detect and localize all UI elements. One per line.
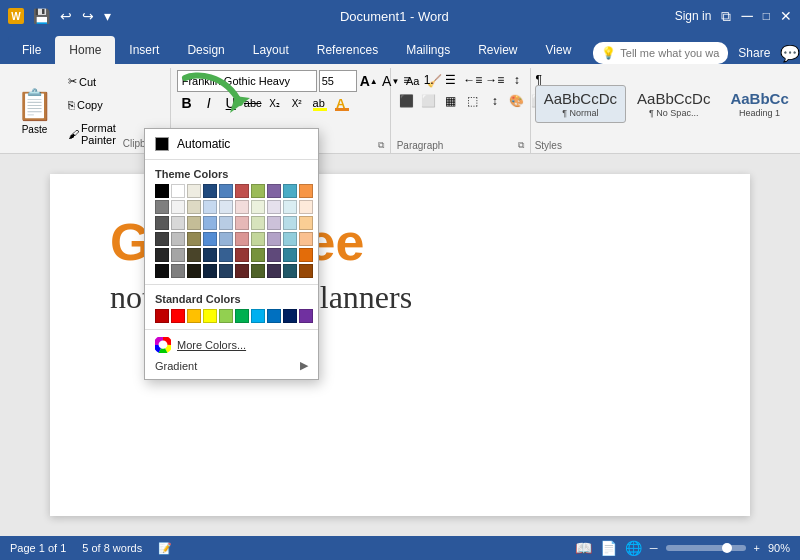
font-dialog-launcher[interactable]: ⧉ xyxy=(378,140,384,151)
tab-mailings[interactable]: Mailings xyxy=(392,36,464,64)
theme-color-swatch[interactable] xyxy=(235,264,249,278)
theme-color-swatch[interactable] xyxy=(267,184,281,198)
comments-icon[interactable]: 💬 xyxy=(780,44,800,63)
underline-button[interactable]: U xyxy=(221,93,241,113)
theme-color-swatch[interactable] xyxy=(283,248,297,262)
theme-color-swatch[interactable] xyxy=(299,200,313,214)
theme-color-swatch[interactable] xyxy=(171,216,185,230)
font-color-button[interactable]: A xyxy=(331,93,351,113)
font-size-input[interactable] xyxy=(319,70,357,92)
gradient-option[interactable]: Gradient ▶ xyxy=(145,356,318,375)
justify-button[interactable]: ⬚ xyxy=(463,91,483,111)
undo-icon[interactable]: ↩ xyxy=(57,6,75,26)
increase-indent-button[interactable]: →≡ xyxy=(485,70,505,90)
theme-color-swatch[interactable] xyxy=(251,184,265,198)
font-name-input[interactable] xyxy=(177,70,317,92)
align-center-button[interactable]: ⬜ xyxy=(419,91,439,111)
theme-color-swatch[interactable] xyxy=(267,264,281,278)
theme-color-swatch[interactable] xyxy=(251,216,265,230)
theme-color-swatch[interactable] xyxy=(203,216,217,230)
view-web-icon[interactable]: 🌐 xyxy=(625,540,642,556)
increase-font-button[interactable]: A▲ xyxy=(359,71,379,91)
theme-color-swatch[interactable] xyxy=(235,216,249,230)
theme-color-swatch[interactable] xyxy=(219,264,233,278)
standard-color-swatch[interactable] xyxy=(235,309,249,323)
more-colors-option[interactable]: More Colors... xyxy=(145,334,318,356)
standard-color-swatch[interactable] xyxy=(283,309,297,323)
theme-color-swatch[interactable] xyxy=(203,200,217,214)
cut-button[interactable]: ✂ Cut xyxy=(65,74,119,89)
zoom-slider[interactable] xyxy=(666,545,746,551)
theme-color-swatch[interactable] xyxy=(251,248,265,262)
share-button[interactable]: Share xyxy=(738,46,770,60)
italic-button[interactable]: I xyxy=(199,93,219,113)
standard-color-swatch[interactable] xyxy=(251,309,265,323)
style-heading1[interactable]: AaBbCc Heading 1 xyxy=(721,85,797,123)
standard-color-swatch[interactable] xyxy=(219,309,233,323)
theme-color-swatch[interactable] xyxy=(283,264,297,278)
sort-button[interactable]: ↕ xyxy=(507,70,527,90)
theme-color-swatch[interactable] xyxy=(171,264,185,278)
theme-color-swatch[interactable] xyxy=(187,200,201,214)
signin-button[interactable]: Sign in xyxy=(675,9,712,23)
maximize-button[interactable]: □ xyxy=(763,9,770,23)
theme-color-swatch[interactable] xyxy=(219,232,233,246)
decrease-indent-button[interactable]: ←≡ xyxy=(463,70,483,90)
theme-color-swatch[interactable] xyxy=(267,216,281,230)
zoom-minus-button[interactable]: ─ xyxy=(650,542,658,554)
bullets-button[interactable]: ≡ xyxy=(397,70,417,90)
theme-color-swatch[interactable] xyxy=(187,232,201,246)
theme-color-swatch[interactable] xyxy=(219,184,233,198)
view-read-icon[interactable]: 📖 xyxy=(575,540,592,556)
close-button[interactable]: ✕ xyxy=(780,8,792,24)
subscript-button[interactable]: X₂ xyxy=(265,93,285,113)
theme-color-swatch[interactable] xyxy=(187,184,201,198)
theme-color-swatch[interactable] xyxy=(203,264,217,278)
standard-color-swatch[interactable] xyxy=(203,309,217,323)
theme-color-swatch[interactable] xyxy=(299,264,313,278)
theme-color-swatch[interactable] xyxy=(155,216,169,230)
theme-color-swatch[interactable] xyxy=(267,248,281,262)
align-left-button[interactable]: ⬛ xyxy=(397,91,417,111)
theme-color-swatch[interactable] xyxy=(187,216,201,230)
theme-color-swatch[interactable] xyxy=(155,232,169,246)
paste-button[interactable]: 📋 Paste xyxy=(8,70,61,151)
tab-view[interactable]: View xyxy=(532,36,586,64)
theme-color-swatch[interactable] xyxy=(299,216,313,230)
theme-color-swatch[interactable] xyxy=(155,200,169,214)
theme-color-swatch[interactable] xyxy=(283,216,297,230)
redo-icon[interactable]: ↪ xyxy=(79,6,97,26)
tell-me-box[interactable]: 💡 xyxy=(593,42,728,64)
theme-color-swatch[interactable] xyxy=(235,200,249,214)
style-no-space[interactable]: AaBbCcDc ¶ No Spac... xyxy=(628,85,719,123)
tab-home[interactable]: Home xyxy=(55,36,115,64)
numbering-button[interactable]: 1. xyxy=(419,70,439,90)
theme-color-swatch[interactable] xyxy=(203,232,217,246)
tab-references[interactable]: References xyxy=(303,36,392,64)
theme-color-swatch[interactable] xyxy=(171,248,185,262)
standard-color-swatch[interactable] xyxy=(155,309,169,323)
theme-color-swatch[interactable] xyxy=(155,264,169,278)
strikethrough-button[interactable]: abc xyxy=(243,93,263,113)
theme-color-swatch[interactable] xyxy=(299,232,313,246)
theme-color-swatch[interactable] xyxy=(251,264,265,278)
theme-color-swatch[interactable] xyxy=(283,200,297,214)
theme-color-swatch[interactable] xyxy=(235,232,249,246)
paragraph-dialog-launcher[interactable]: ⧉ xyxy=(518,140,524,151)
proofing-icon[interactable]: 📝 xyxy=(158,542,172,555)
line-spacing-button[interactable]: ↕ xyxy=(485,91,505,111)
tab-review[interactable]: Review xyxy=(464,36,531,64)
theme-color-swatch[interactable] xyxy=(219,216,233,230)
theme-color-swatch[interactable] xyxy=(203,184,217,198)
superscript-button[interactable]: X² xyxy=(287,93,307,113)
align-right-button[interactable]: ▦ xyxy=(441,91,461,111)
bold-button[interactable]: B xyxy=(177,93,197,113)
text-highlight-button[interactable]: ab xyxy=(309,93,329,113)
theme-color-swatch[interactable] xyxy=(219,248,233,262)
tab-layout[interactable]: Layout xyxy=(239,36,303,64)
theme-color-swatch[interactable] xyxy=(219,200,233,214)
theme-color-swatch[interactable] xyxy=(235,248,249,262)
theme-color-swatch[interactable] xyxy=(187,248,201,262)
theme-color-swatch[interactable] xyxy=(155,248,169,262)
copy-button[interactable]: ⎘ Copy xyxy=(65,98,119,112)
